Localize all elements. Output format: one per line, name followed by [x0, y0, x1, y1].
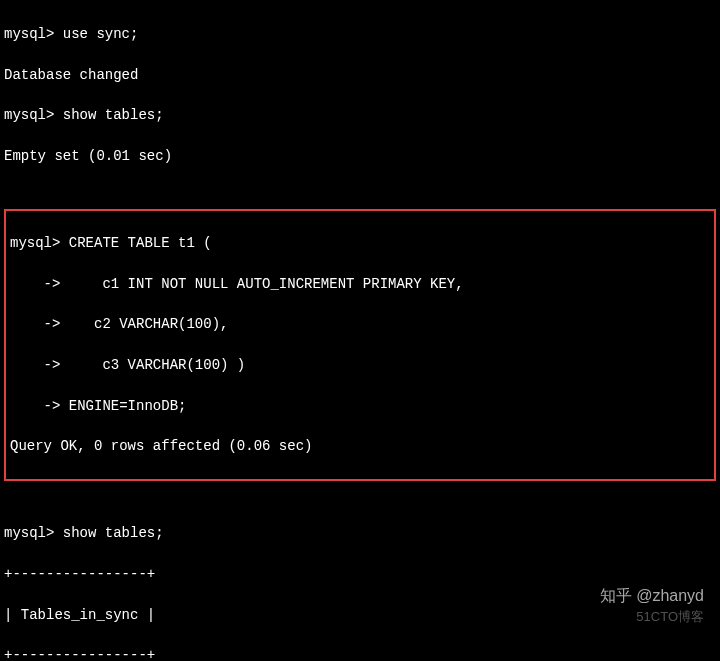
watermark-51cto: 51CTO博客	[636, 608, 704, 627]
table-border: +----------------+	[4, 564, 716, 584]
terminal-output: mysql> use sync; Database changed mysql>…	[4, 4, 716, 661]
table-border: +----------------+	[4, 645, 716, 661]
output-db-changed: Database changed	[4, 65, 716, 85]
table-header-tables: | Tables_in_sync |	[4, 605, 716, 625]
cmd-create-table-l1: mysql> CREATE TABLE t1 (	[10, 233, 710, 253]
cmd-create-table-l2: -> c1 INT NOT NULL AUTO_INCREMENT PRIMAR…	[10, 274, 710, 294]
cmd-create-table-l4: -> c3 VARCHAR(100) )	[10, 355, 710, 375]
cmd-create-table-l3: -> c2 VARCHAR(100),	[10, 314, 710, 334]
cmd-show-tables-1: mysql> show tables;	[4, 105, 716, 125]
cmd-use-sync: mysql> use sync;	[4, 24, 716, 44]
output-empty-set: Empty set (0.01 sec)	[4, 146, 716, 166]
watermark-zhihu: 知乎 @zhanyd	[600, 584, 704, 607]
cmd-create-table-l5: -> ENGINE=InnoDB;	[10, 396, 710, 416]
output-query-ok-1: Query OK, 0 rows affected (0.06 sec)	[10, 436, 710, 456]
highlight-create-table: mysql> CREATE TABLE t1 ( -> c1 INT NOT N…	[4, 209, 716, 481]
cmd-show-tables-2: mysql> show tables;	[4, 523, 716, 543]
